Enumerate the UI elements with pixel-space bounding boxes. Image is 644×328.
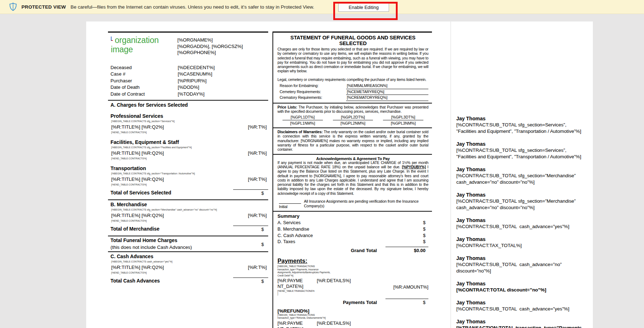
comment-text: [%CONTRACT:SUB_TOTAL sfg_section=Service… [456,147,585,160]
gpl-date: [%GPL1DT%] [282,115,323,120]
comment-card[interactable]: Jay Thomas [%CONTRACT:SUB_TOTAL cash_adv… [456,217,591,230]
comment-author: Jay Thomas [456,236,591,242]
section-divider [273,103,432,103]
initial-signature-line [279,199,301,204]
gpl-initial-row: [%GPL1DT%] [%GPL1NM%] [%GPL2DT%] [%GPL2N… [277,115,428,126]
requirement-value: [%EMBALMREASON%] [346,83,428,89]
statement-title: STATEMENT OF FUNERAL GOODS AND SERVICES … [277,35,428,46]
comment-text: [%CONTRACT:SUB_TOTAL sfg_section=Service… [456,122,585,135]
statement-column: STATEMENT OF FUNERAL GOODS AND SERVICES … [272,32,432,328]
merge-end-tag: [%END_TABLE:CONTRACTS%] [108,183,268,186]
initial-cell: Initial [279,199,304,209]
merge-end-tag: [%END_TABLE:CONTRACTS%] [108,220,268,222]
summary-row-amount: $ [423,232,426,239]
organization-image-placeholder: organization image [111,36,177,56]
comment-card[interactable]: Jay Thomas [%CONTRACT:SUB_TOTAL sfg_sect… [456,141,591,160]
payment-row: [%R:PAYMENT_DATE%] [%R:DETAILS%] [%R:IA%… [277,320,428,328]
case-field-label: Case # [110,71,178,78]
gpl-cell: [%GPL1DT%] [%GPL1NM%] [282,115,323,126]
comment-card[interactable]: Jay Thomas [%CONTRACT:SUB_TOTAL cash_adv… [456,299,591,312]
summary-row-label: B. Merchandise [277,226,309,232]
summary-title: Summary [277,213,428,219]
section-divider [108,100,268,101]
org-address: [%ORGADD%], [%ORGCSZ%] [177,43,243,50]
section-divider [273,154,432,155]
case-field-row: Date of Death [%DOD%] [108,84,268,91]
insurance-note: All Insurance Assignments are pending ve… [304,199,423,209]
statement-paragraph-1: Charges are only for those items you sel… [277,47,428,74]
charge-row-fields: [%R:TITLE%] [%R:Q2%] [111,264,164,270]
banner-title: PROTECTED VIEW [21,4,66,10]
case-field-row: Case # [%CASENUM%] [108,71,268,78]
broken-image-icon [111,37,113,41]
charge-group-title: Transportation [108,165,268,171]
gpl-date: [%GPL2DT%] [333,115,373,120]
payment-row: [%R:PAYMENT_DATE%] [%R:DETAILS%] [%R:AMO… [277,278,428,290]
requirement-label: Crematory Requirements: [280,95,346,101]
gpl-name: [%GPL3NM%] [383,120,423,126]
case-field-value: [%DOD%] [178,84,199,91]
section-divider [273,211,432,212]
shield-icon [9,3,17,11]
comment-card[interactable]: Jay Thomas [%CONTRACT:SUB_TOTAL cash_adv… [456,255,591,274]
payments-total-row: Payments Total $ [277,299,428,305]
grand-total-label: Grand Total [351,248,377,253]
charge-group-title: Professional Services [108,113,268,119]
payment-date-field: [%R:PAYMENT_DATE%] [277,320,305,328]
charge-row-fields: [%R:TITLE%] [%R:Q2%] [111,212,164,218]
pyduby-field: [%PYDUBY%] [402,165,426,169]
charge-row-amount: [%R:T%] [248,124,267,130]
enable-editing-button[interactable]: Enable Editing [338,3,389,12]
requirement-row: Reason for Embalming: [%EMBALMREASON%] [277,83,428,89]
grand-total-row: Grand Total $0.00 [277,247,428,253]
charge-row-fields: [%R:TITLE%] [%R:Q2%] [111,124,164,130]
comment-card[interactable]: Jay Thomas [%CONTRACT:TAX_TOTAL%] [456,236,591,249]
section-a-title: A. Charges for Services Selected [108,102,268,108]
comment-card[interactable]: Jay Thomas [%CONTRACT:SUB_TOTAL sfg_sect… [456,115,591,135]
funeral-home-total-label: Total Funeral Home Charges [110,237,192,243]
comment-card[interactable]: Jay Thomas [%TRANSACTION:TOTAL transacti… [456,318,591,328]
summary-row-label: A. Services [277,220,301,226]
requirement-value: [%CREMATORYREQ%] [346,95,428,101]
gpl-name: [%GPL2NM%] [333,120,373,126]
charge-group: Facilities, Equipment & Staff [%BEGIN_TA… [108,139,268,160]
statement-paragraph-2: Legal, cemetery or crematory requirement… [277,78,428,82]
funeral-home-total-sublabel: (this does not include Cash Advances) [110,244,192,250]
org-image-text: organization image [111,35,159,54]
case-field-value: [%TODAY%] [178,91,205,98]
total-cash-advances-label: Total Cash Advances [110,278,160,284]
requirement-row: Cemetery Requirements: [%CEMETARYREQ%] [277,89,428,95]
summary-row: A. Services $ [277,220,428,226]
comment-card[interactable]: Jay Thomas [%CONTRACT:SUB_TOTAL sfg_sect… [456,192,591,211]
total-services-label: Total of Services Selected [110,190,171,196]
comment-card[interactable]: Jay Thomas [%CONTRACT:SUB_TOTAL sfg_sect… [456,166,591,185]
payment-amount-field: [%R:AMOUNT%] [393,284,428,290]
comment-author: Jay Thomas [456,318,591,325]
case-field-label: Date of Death [110,84,178,91]
comment-author: Jay Thomas [456,141,591,147]
summary-row: D. Taxes $ [277,238,428,245]
charge-group: Professional Services [%BEGIN_TABLE:CONT… [108,113,268,134]
initial-row: Initial All Insurance Assignments are pe… [277,199,428,209]
section-divider [108,251,268,252]
summary-row-label: D. Taxes [277,238,295,245]
requirement-label: Reason for Embalming: [280,83,346,89]
disclaimers-paragraph: Disclaimers of Warranties: The only warr… [277,130,428,152]
total-services-amount: $ [233,189,268,196]
charge-row-amount: [%R:T%] [248,176,267,182]
section-c-title: C. Cash Advances [108,254,268,259]
case-field-row: Date of Contract [%TODAY%] [108,91,268,98]
banner-message: Be careful—files from the Internet can c… [70,4,314,10]
gpl-name: [%GPL1NM%] [282,120,323,126]
org-name: [%ORGNAME%] [177,37,243,43]
charge-row-amount: [%R:T%] [248,264,267,270]
comment-text: [%CONTRACT:SUB_TOTAL cash_advance=”yes”%… [456,223,585,230]
price-lists-paragraph: Price Lists: The Purchaser, by initialin… [277,105,428,114]
charge-row-amount: [%R:T%] [248,150,267,156]
ack-text-post: I agree to pay the Balance Due listed on… [277,165,428,196]
merge-begin-tag: [%BEGIN_TABLE:CONTRACTS sfg_section="Mer… [108,208,268,211]
charge-row: [%R:TITLE%] [%R:Q2%] [%R:T%] [108,150,268,156]
gpl-date: [%GPL3DT%] [383,115,423,120]
refund-field: [%REFUND%] [277,308,428,314]
comment-card[interactable]: Jay Thomas [%CONTRACT:TOTAL discount=”no… [456,280,591,293]
